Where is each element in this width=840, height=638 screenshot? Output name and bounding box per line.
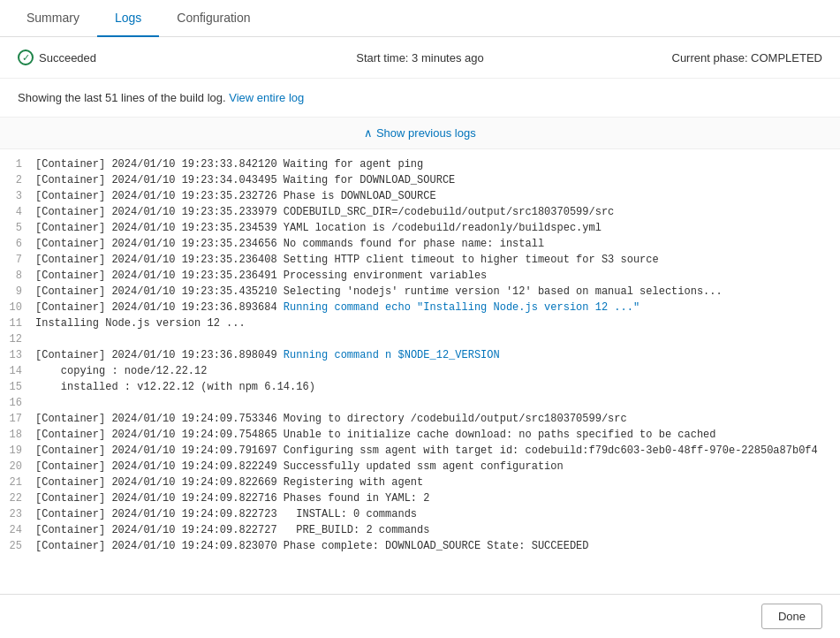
line-number: 22 <box>9 490 35 506</box>
tab-bar: Summary Logs Configuration <box>0 0 840 37</box>
tab-configuration[interactable]: Configuration <box>159 0 268 37</box>
log-line: 22[Container] 2024/01/10 19:24:09.822716… <box>0 490 840 506</box>
line-number: 10 <box>9 300 35 315</box>
tab-logs[interactable]: Logs <box>97 0 159 37</box>
line-number: 5 <box>9 220 35 236</box>
log-line: 13[Container] 2024/01/10 19:23:36.898049… <box>0 347 840 363</box>
log-link[interactable]: Running command echo "Installing Node.js… <box>284 301 639 314</box>
show-previous-bar: ∧ Show previous logs <box>0 118 840 149</box>
log-line: 8[Container] 2024/01/10 19:23:35.236491 … <box>0 268 840 284</box>
line-number: 21 <box>9 475 35 490</box>
line-content: [Container] 2024/01/10 19:24:09.823070 P… <box>35 538 831 554</box>
line-number: 7 <box>9 252 35 268</box>
log-line: 23[Container] 2024/01/10 19:24:09.822723… <box>0 506 840 522</box>
line-content: [Container] 2024/01/10 19:24:09.791697 C… <box>35 443 831 459</box>
footer: Done <box>0 594 840 638</box>
log-line: 2[Container] 2024/01/10 19:23:34.043495 … <box>0 172 840 188</box>
log-line: 20[Container] 2024/01/10 19:24:09.822249… <box>0 459 840 475</box>
log-line: 7[Container] 2024/01/10 19:23:35.236408 … <box>0 252 840 268</box>
line-content: [Container] 2024/01/10 19:23:35.234656 N… <box>35 236 831 252</box>
status-start-time: Start time: 3 minutes ago <box>286 51 555 65</box>
line-number: 24 <box>9 522 35 538</box>
line-content: [Container] 2024/01/10 19:24:09.754865 U… <box>35 427 831 443</box>
log-line: 10[Container] 2024/01/10 19:23:36.893684… <box>0 300 840 315</box>
log-line: 15 installed : v12.22.12 (with npm 6.14.… <box>0 379 840 395</box>
line-number: 8 <box>9 268 35 284</box>
line-number: 19 <box>9 443 35 459</box>
succeeded-label: Succeeded <box>39 51 96 65</box>
line-number: 11 <box>9 315 35 331</box>
line-number: 9 <box>9 284 35 300</box>
line-number: 23 <box>9 506 35 522</box>
log-line: 3[Container] 2024/01/10 19:23:35.232726 … <box>0 188 840 204</box>
line-content: [Container] 2024/01/10 19:24:09.822249 S… <box>35 459 831 475</box>
line-content: [Container] 2024/01/10 19:23:35.236408 S… <box>35 252 831 268</box>
line-number: 4 <box>9 204 35 220</box>
line-content: [Container] 2024/01/10 19:23:35.232726 P… <box>35 188 831 204</box>
line-number: 2 <box>9 172 35 188</box>
log-line: 14 copying : node/12.22.12 <box>0 363 840 379</box>
line-number: 20 <box>9 459 35 475</box>
line-number: 1 <box>9 156 35 172</box>
status-current-phase: Current phase: COMPLETED <box>554 51 822 65</box>
log-line: 18[Container] 2024/01/10 19:24:09.754865… <box>0 427 840 443</box>
check-circle-icon: ✓ <box>18 49 34 65</box>
done-button[interactable]: Done <box>761 604 822 629</box>
line-content: installed : v12.22.12 (with npm 6.14.16) <box>35 379 831 395</box>
log-container[interactable]: 1[Container] 2024/01/10 19:23:33.842120 … <box>0 149 840 598</box>
line-content: [Container] 2024/01/10 19:24:09.822723 I… <box>35 506 831 522</box>
log-line: 4[Container] 2024/01/10 19:23:35.233979 … <box>0 204 840 220</box>
log-line: 9[Container] 2024/01/10 19:23:35.435210 … <box>0 284 840 300</box>
line-number: 16 <box>9 395 35 411</box>
log-header: Showing the last 51 lines of the build l… <box>0 79 840 118</box>
status-succeeded: ✓ Succeeded <box>18 49 286 65</box>
log-header-text: Showing the last 51 lines of the build l… <box>18 91 226 104</box>
line-number: 6 <box>9 236 35 252</box>
line-content: [Container] 2024/01/10 19:23:36.893684 R… <box>35 300 831 315</box>
show-previous-button[interactable]: ∧ Show previous logs <box>364 126 475 140</box>
start-time-label: Start time: 3 minutes ago <box>356 51 484 65</box>
log-line: 6[Container] 2024/01/10 19:23:35.234656 … <box>0 236 840 252</box>
log-line: 1[Container] 2024/01/10 19:23:33.842120 … <box>0 156 840 172</box>
status-bar: ✓ Succeeded Start time: 3 minutes ago Cu… <box>0 37 840 79</box>
line-content: [Container] 2024/01/10 19:23:35.233979 C… <box>35 204 831 220</box>
log-line: 16 <box>0 395 840 411</box>
view-entire-log-link[interactable]: View entire log <box>229 91 304 104</box>
log-line: 19[Container] 2024/01/10 19:24:09.791697… <box>0 443 840 459</box>
line-content <box>35 331 831 347</box>
log-line: 12 <box>0 331 840 347</box>
line-content: [Container] 2024/01/10 19:23:35.234539 Y… <box>35 220 831 236</box>
line-content: [Container] 2024/01/10 19:24:09.753346 M… <box>35 411 831 427</box>
line-number: 17 <box>9 411 35 427</box>
line-number: 13 <box>9 347 35 363</box>
line-content: [Container] 2024/01/10 19:23:34.043495 W… <box>35 172 831 188</box>
line-content <box>35 395 831 411</box>
current-phase-label: Current phase: COMPLETED <box>672 51 823 65</box>
line-number: 12 <box>9 331 35 347</box>
log-line: 11Installing Node.js version 12 ... <box>0 315 840 331</box>
line-number: 15 <box>9 379 35 395</box>
log-line: 24[Container] 2024/01/10 19:24:09.822727… <box>0 522 840 538</box>
line-content: [Container] 2024/01/10 19:24:09.822669 R… <box>35 475 831 490</box>
line-number: 3 <box>9 188 35 204</box>
log-line: 17[Container] 2024/01/10 19:24:09.753346… <box>0 411 840 427</box>
log-line: 21[Container] 2024/01/10 19:24:09.822669… <box>0 475 840 490</box>
log-line: 5[Container] 2024/01/10 19:23:35.234539 … <box>0 220 840 236</box>
line-content: [Container] 2024/01/10 19:24:09.822716 P… <box>35 490 831 506</box>
line-content: Installing Node.js version 12 ... <box>35 315 831 331</box>
line-content: [Container] 2024/01/10 19:24:09.822727 P… <box>35 522 831 538</box>
log-line: 25[Container] 2024/01/10 19:24:09.823070… <box>0 538 840 554</box>
line-number: 18 <box>9 427 35 443</box>
line-content: [Container] 2024/01/10 19:23:35.435210 S… <box>35 284 831 300</box>
tab-summary[interactable]: Summary <box>9 0 97 37</box>
line-content: copying : node/12.22.12 <box>35 363 831 379</box>
line-number: 14 <box>9 363 35 379</box>
line-number: 25 <box>9 538 35 554</box>
line-content: [Container] 2024/01/10 19:23:36.898049 R… <box>35 347 831 363</box>
line-content: [Container] 2024/01/10 19:23:33.842120 W… <box>35 156 831 172</box>
log-link[interactable]: Running command n $NODE_12_VERSION <box>284 349 500 361</box>
line-content: [Container] 2024/01/10 19:23:35.236491 P… <box>35 268 831 284</box>
